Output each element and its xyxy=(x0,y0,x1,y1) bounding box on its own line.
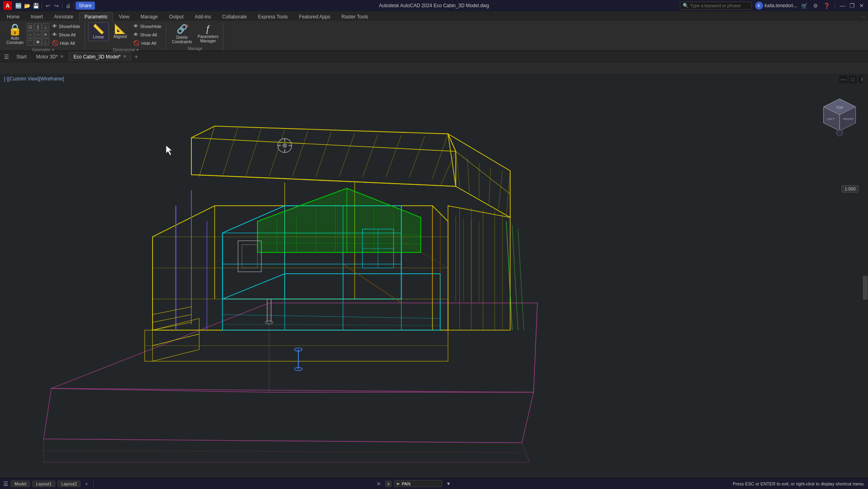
scene-canvas[interactable] xyxy=(0,74,868,478)
help-icon[interactable]: ❓ xyxy=(823,2,831,10)
tab-parametric[interactable]: Parametric xyxy=(79,12,113,21)
svg-rect-0 xyxy=(12,74,855,478)
tab-home[interactable]: Home xyxy=(2,12,25,21)
geo-showhide-icon: 👁 xyxy=(52,23,57,29)
viewport[interactable]: [-][Custom View][Wireframe] — □ ✕ xyxy=(0,74,868,478)
aligned-label: Aligned xyxy=(113,34,127,39)
plot-btn[interactable]: 🖨 xyxy=(64,2,72,10)
geo-btn-9[interactable]: ⟂ xyxy=(42,38,49,46)
geo-btn-6[interactable]: ≅ xyxy=(42,31,49,38)
geo-showall-label: Show All xyxy=(59,32,76,37)
close-button[interactable]: ✕ xyxy=(858,2,865,9)
delete-constraints-btn[interactable]: 🔗 ✕ DeleteConstraints xyxy=(169,22,195,46)
aligned-btn[interactable]: 📐 Aligned xyxy=(110,22,131,40)
tab-motor3d[interactable]: Motor 3D* ✕ xyxy=(32,52,68,62)
svg-point-102 xyxy=(283,144,287,148)
command-input-area[interactable]: ▶ xyxy=(394,480,442,487)
command-arrow-btn[interactable]: ▼ xyxy=(444,480,452,488)
viewport-label[interactable]: [-][Custom View][Wireframe] xyxy=(4,76,64,82)
layout1-tab-btn[interactable]: Layout1 xyxy=(32,481,55,487)
tab-insert[interactable]: Insert xyxy=(26,12,48,21)
manage-group-name: Manage xyxy=(188,46,202,51)
new-tab-button[interactable]: + xyxy=(132,52,141,61)
scrollbar-right[interactable] xyxy=(862,74,868,478)
tab-view[interactable]: View xyxy=(114,12,135,21)
save-btn[interactable]: 💾 xyxy=(32,2,40,10)
tab-eco-cabin-close[interactable]: ✕ xyxy=(123,54,127,59)
tab-annotate[interactable]: Annotate xyxy=(49,12,78,21)
dim-showall-btn[interactable]: 👁Show All xyxy=(131,31,163,38)
viewport-minimize-btn[interactable]: — xyxy=(839,75,847,83)
dimensional-label[interactable]: Dimensional ▾ xyxy=(88,47,163,52)
add-layout-btn[interactable]: + xyxy=(83,480,90,487)
search-input[interactable] xyxy=(690,3,746,8)
svg-text:LEFT: LEFT xyxy=(827,117,835,121)
command-options-btn[interactable]: ≡ xyxy=(385,481,392,487)
geo-btn-2[interactable]: ∥ xyxy=(34,23,42,30)
layout2-tab-btn[interactable]: Layout2 xyxy=(58,481,80,487)
tab-featured[interactable]: Featured Apps xyxy=(294,12,336,21)
geo-btn-1[interactable]: ⊡ xyxy=(27,23,34,30)
tab-raster[interactable]: Raster Tools xyxy=(336,12,373,21)
hamburger-menu[interactable]: ☰ xyxy=(2,52,11,62)
geo-showall-icon: 👁 xyxy=(52,32,57,38)
extra-tab-btn[interactable]: ⋯ xyxy=(860,14,866,20)
geo-btn-4[interactable]: ○ xyxy=(27,31,34,38)
tab-motor3d-close[interactable]: ✕ xyxy=(60,54,64,59)
geo-hideall-btn[interactable]: 🚫Hide All xyxy=(50,39,82,47)
dimensional-group: 📏 Linear 📐 Aligned 👁Show/Hide 👁Show All … xyxy=(86,22,166,50)
aligned-icon: 📐 xyxy=(114,24,126,34)
qa-separator-3 xyxy=(74,2,74,9)
dimensional-showhide: 👁Show/Hide 👁Show All 🚫Hide All xyxy=(131,22,163,47)
viewcube[interactable]: TOP FRONT LEFT xyxy=(818,93,862,137)
tab-manage[interactable]: Manage xyxy=(135,12,163,21)
minimize-button[interactable]: — xyxy=(839,2,846,9)
ribbon-tabs: Home Insert Annotate Parametric View Man… xyxy=(0,11,868,21)
manage-label[interactable]: Manage xyxy=(169,46,221,51)
restore-button[interactable]: ❐ xyxy=(849,2,855,9)
cart-icon[interactable]: 🛒 xyxy=(800,2,808,10)
new-file-btn[interactable]: 🆕 xyxy=(14,2,22,10)
geo-btn-7[interactable]: ⌒ xyxy=(27,38,34,46)
geometric-group: 🔒 AutoConstrain ⊡ ∥ ⊥ ○ ↔ ≅ ⌒ ✱ ⟂ xyxy=(2,22,85,50)
user-display[interactable]: K kaila.tenedori... xyxy=(755,2,797,10)
dim-showall-icon: 👁 xyxy=(133,32,139,38)
redo-btn[interactable]: ↪ xyxy=(52,2,60,10)
scrollbar-thumb[interactable] xyxy=(863,276,868,300)
auto-constrain-btn[interactable]: 🔒 AutoConstrain xyxy=(4,22,26,46)
parameters-manager-btn[interactable]: ƒ ParametersManager xyxy=(195,22,221,45)
tab-collaborate[interactable]: Collaborate xyxy=(217,12,252,21)
tab-start[interactable]: Start xyxy=(12,52,31,62)
geo-showall-btn[interactable]: 👁Show All xyxy=(50,31,82,38)
share-btn-qa[interactable]: Share xyxy=(76,2,95,10)
command-prompt: ▶ xyxy=(397,481,400,486)
model-tab-btn[interactable]: Model xyxy=(11,481,30,487)
linear-btn[interactable]: 📏 Linear xyxy=(88,22,109,41)
dim-showhide-btn[interactable]: 👁Show/Hide xyxy=(131,22,163,30)
dimensional-content: 📏 Linear 📐 Aligned 👁Show/Hide 👁Show All … xyxy=(88,22,163,47)
hamburger-status-icon[interactable]: ☰ xyxy=(3,481,8,487)
geo-btn-5[interactable]: ↔ xyxy=(34,31,42,38)
tab-express[interactable]: Express Tools xyxy=(253,12,293,21)
tab-addins[interactable]: Add-ins xyxy=(189,12,216,21)
geo-btn-8[interactable]: ✱ xyxy=(34,38,42,46)
undo-btn[interactable]: ↩ xyxy=(44,2,52,10)
dimensional-expand-icon[interactable]: ▾ xyxy=(137,48,139,52)
dim-showhide-icon: 👁 xyxy=(133,23,139,29)
search-box[interactable]: 🔍 xyxy=(680,2,752,10)
command-input[interactable] xyxy=(402,481,434,486)
delete-x-icon: ✕ xyxy=(185,23,189,29)
geo-showhide-btn[interactable]: 👁Show/Hide xyxy=(50,22,82,30)
settings-icon[interactable]: ⚙ xyxy=(812,2,820,10)
geometric-label[interactable]: Geometric ▾ xyxy=(4,47,82,52)
command-clear-btn[interactable]: ✕ xyxy=(375,480,383,488)
dim-hideall-btn[interactable]: 🚫Hide All xyxy=(131,39,163,47)
tab-output[interactable]: Output xyxy=(164,12,189,21)
auto-constrain-label: AutoConstrain xyxy=(6,36,24,45)
viewport-restore-btn[interactable]: □ xyxy=(849,75,857,83)
geo-btn-3[interactable]: ⊥ xyxy=(42,23,49,30)
geometric-expand-icon[interactable]: ▾ xyxy=(52,48,54,52)
tab-eco-cabin[interactable]: Eco Cabin_3D Model* ✕ xyxy=(69,52,131,62)
app-icon[interactable]: A xyxy=(3,1,12,10)
open-file-btn[interactable]: 📂 xyxy=(23,2,31,10)
